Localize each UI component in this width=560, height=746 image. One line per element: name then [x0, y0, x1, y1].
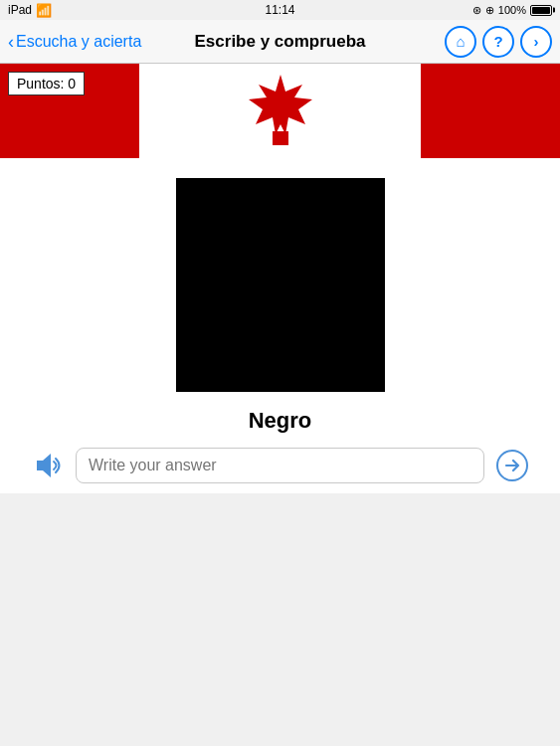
color-word-label: Negro — [249, 408, 312, 434]
status-left: iPad 📶 — [8, 3, 52, 18]
wifi-icon: 📶 — [36, 3, 52, 18]
forward-icon: › — [534, 33, 539, 50]
svg-rect-0 — [273, 131, 288, 145]
back-chevron-icon: ‹ — [8, 33, 14, 51]
device-label: iPad — [8, 3, 32, 17]
home-button[interactable]: ⌂ — [445, 26, 476, 58]
answer-input[interactable] — [76, 448, 484, 483]
signal-icon: ⊕ — [485, 4, 494, 17]
bluetooth-icon: ⊛ — [472, 4, 481, 17]
flag-banner: Puntos: 0 — [0, 64, 560, 158]
color-image — [176, 178, 385, 392]
status-bar: iPad 📶 11:14 ⊛ ⊕ 100% — [0, 0, 560, 20]
main-content: Negro — [0, 158, 560, 493]
speaker-button[interactable] — [30, 448, 66, 483]
help-icon: ? — [493, 33, 502, 50]
speaker-icon — [33, 452, 63, 479]
answer-row — [0, 448, 560, 483]
status-right: ⊛ ⊕ 100% — [472, 4, 552, 17]
flag-red-left: Puntos: 0 — [0, 64, 139, 158]
flag-red-right — [421, 64, 560, 158]
home-icon: ⌂ — [456, 33, 465, 50]
maple-leaf-icon — [221, 70, 340, 153]
back-button[interactable]: ‹ Escucha y acierta — [8, 33, 141, 51]
submit-button[interactable] — [494, 448, 530, 483]
forward-button[interactable]: › — [520, 26, 552, 58]
svg-marker-1 — [37, 454, 51, 477]
battery-icon — [530, 5, 552, 16]
help-button[interactable]: ? — [482, 26, 514, 58]
flag-white-center — [139, 64, 421, 158]
points-badge: Puntos: 0 — [8, 72, 85, 95]
submit-icon — [496, 450, 528, 481]
nav-bar: ‹ Escucha y acierta Escribe y comprueba … — [0, 20, 560, 64]
back-label: Escucha y acierta — [16, 33, 141, 51]
battery-percent: 100% — [498, 4, 526, 16]
status-time: 11:14 — [265, 3, 294, 17]
page-title: Escribe y comprueba — [195, 32, 366, 52]
nav-icons: ⌂ ? › — [445, 26, 552, 58]
